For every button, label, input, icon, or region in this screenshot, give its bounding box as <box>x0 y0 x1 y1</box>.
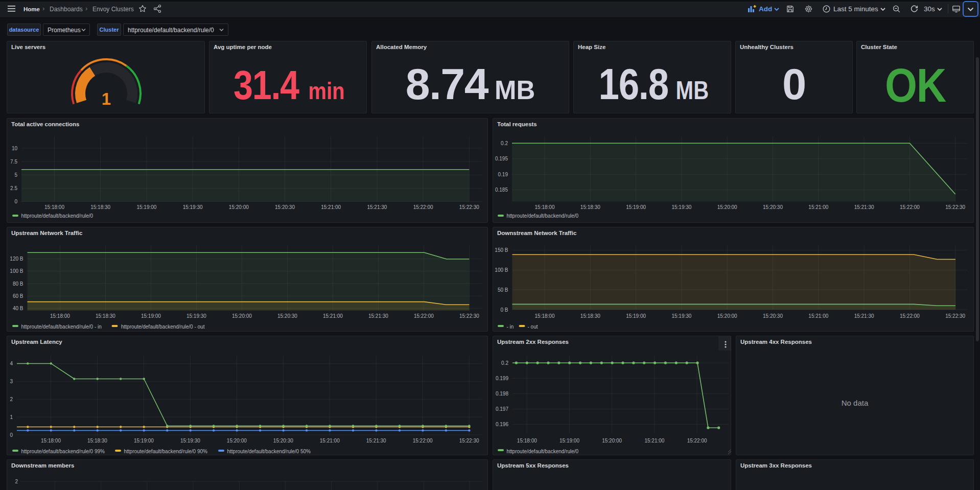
svg-text:1: 1 <box>102 89 111 108</box>
svg-text:15:21:00: 15:21:00 <box>644 438 664 444</box>
svg-text:15:21:30: 15:21:30 <box>366 438 386 444</box>
svg-text:httproute/default/backend/rule: httproute/default/backend/rule/0 90% <box>124 449 208 454</box>
svg-text:- out: - out <box>528 324 538 330</box>
svg-text:15:20:00: 15:20:00 <box>232 313 252 319</box>
svg-text:15:22:30: 15:22:30 <box>945 204 965 210</box>
svg-text:httproute/default/backend/rule: httproute/default/backend/rule/0 <box>507 213 579 219</box>
svg-text:15:20:30: 15:20:30 <box>273 438 293 444</box>
svg-text:7.5: 7.5 <box>10 159 17 165</box>
svg-text:15:20:00: 15:20:00 <box>602 438 622 444</box>
svg-text:0 B: 0 B <box>500 307 508 313</box>
svg-text:15:19:00: 15:19:00 <box>626 204 646 210</box>
svg-text:15:22:00: 15:22:00 <box>687 438 707 444</box>
svg-text:120 B: 120 B <box>10 256 23 262</box>
svg-text:15:20:30: 15:20:30 <box>763 204 783 210</box>
svg-text:15:22:00: 15:22:00 <box>414 313 434 319</box>
svg-text:15:21:30: 15:21:30 <box>368 313 388 319</box>
svg-text:15:19:00: 15:19:00 <box>136 204 156 210</box>
svg-text:80 B: 80 B <box>13 281 24 287</box>
svg-text:15:19:30: 15:19:30 <box>183 204 203 210</box>
svg-text:15:19:00: 15:19:00 <box>559 438 579 444</box>
svg-text:50 B: 50 B <box>498 287 508 293</box>
svg-text:15:22:30: 15:22:30 <box>459 204 479 210</box>
svg-text:15:19:00: 15:19:00 <box>626 313 646 319</box>
svg-text:10: 10 <box>12 146 18 151</box>
svg-text:40 B: 40 B <box>13 306 24 311</box>
svg-text:100 B: 100 B <box>495 267 508 273</box>
svg-text:15:19:00: 15:19:00 <box>141 313 161 319</box>
svg-text:5: 5 <box>14 172 17 178</box>
svg-text:1: 1 <box>10 414 13 420</box>
svg-text:2: 2 <box>10 396 13 402</box>
svg-text:15:18:00: 15:18:00 <box>517 438 537 444</box>
svg-text:15:18:00: 15:18:00 <box>50 313 70 319</box>
svg-text:0.2: 0.2 <box>501 360 508 366</box>
svg-text:15:18:30: 15:18:30 <box>580 313 600 319</box>
svg-text:0: 0 <box>10 432 13 438</box>
svg-text:0.2: 0.2 <box>501 141 508 146</box>
svg-text:15:20:30: 15:20:30 <box>275 204 295 210</box>
svg-text:httproute/default/backend/rule: httproute/default/backend/rule/0 <box>21 213 94 219</box>
svg-text:15:21:00: 15:21:00 <box>323 313 343 319</box>
svg-text:4: 4 <box>10 361 13 366</box>
svg-text:- in: - in <box>507 324 514 330</box>
svg-text:15:20:30: 15:20:30 <box>277 313 297 319</box>
svg-text:2.5: 2.5 <box>10 185 17 191</box>
svg-text:15:20:00: 15:20:00 <box>717 313 737 319</box>
svg-text:httproute/default/backend/rule: httproute/default/backend/rule/0 - out <box>121 324 205 330</box>
svg-text:15:22:00: 15:22:00 <box>900 313 920 319</box>
svg-text:15:19:30: 15:19:30 <box>671 313 691 319</box>
svg-text:15:18:30: 15:18:30 <box>96 313 115 319</box>
svg-text:15:22:00: 15:22:00 <box>900 204 920 210</box>
svg-text:60 B: 60 B <box>13 293 24 299</box>
svg-text:15:21:00: 15:21:00 <box>808 204 828 210</box>
svg-text:15:18:30: 15:18:30 <box>580 204 600 210</box>
svg-text:15:22:00: 15:22:00 <box>413 438 433 444</box>
svg-text:15:22:30: 15:22:30 <box>945 313 965 319</box>
svg-text:15:21:30: 15:21:30 <box>367 204 387 210</box>
svg-text:15:19:30: 15:19:30 <box>180 438 200 444</box>
svg-text:3: 3 <box>10 379 13 384</box>
svg-text:0.19: 0.19 <box>498 172 508 177</box>
svg-text:15:18:00: 15:18:00 <box>535 204 555 210</box>
svg-text:2: 2 <box>15 479 18 484</box>
svg-text:15:22:00: 15:22:00 <box>413 204 433 210</box>
svg-text:0.199: 0.199 <box>496 376 508 381</box>
svg-text:15:21:00: 15:21:00 <box>321 204 341 210</box>
svg-text:100 B: 100 B <box>10 268 23 274</box>
svg-text:15:20:30: 15:20:30 <box>763 313 783 319</box>
svg-text:15:18:00: 15:18:00 <box>44 204 64 210</box>
svg-text:15:22:30: 15:22:30 <box>459 313 479 319</box>
svg-text:15:20:00: 15:20:00 <box>717 204 737 210</box>
svg-text:15:22:30: 15:22:30 <box>459 438 479 444</box>
svg-text:0.198: 0.198 <box>496 391 508 396</box>
svg-text:15:21:30: 15:21:30 <box>854 313 874 319</box>
svg-text:15:19:30: 15:19:30 <box>186 313 206 319</box>
svg-text:15:20:00: 15:20:00 <box>229 204 249 210</box>
svg-text:httproute/default/backend/rule: httproute/default/backend/rule/0 50% <box>227 449 311 454</box>
svg-text:httproute/default/backend/rule: httproute/default/backend/rule/0 99% <box>21 449 105 454</box>
svg-text:15:19:00: 15:19:00 <box>134 438 154 444</box>
svg-text:150 B: 150 B <box>495 247 508 253</box>
svg-text:httproute/default/backend/rule: httproute/default/backend/rule/0 - in <box>21 324 102 330</box>
svg-text:15:21:30: 15:21:30 <box>854 204 874 210</box>
svg-text:15:18:30: 15:18:30 <box>90 204 110 210</box>
svg-text:15:20:00: 15:20:00 <box>227 438 247 444</box>
svg-text:15:21:00: 15:21:00 <box>808 313 828 319</box>
svg-text:15:21:00: 15:21:00 <box>320 438 340 444</box>
svg-text:0.185: 0.185 <box>495 187 508 193</box>
svg-text:15:18:00: 15:18:00 <box>41 438 61 444</box>
svg-text:httproute/default/backend/rule: httproute/default/backend/rule/0 <box>507 449 579 454</box>
svg-text:15:18:30: 15:18:30 <box>87 438 107 444</box>
svg-text:0: 0 <box>14 199 17 204</box>
svg-text:0.195: 0.195 <box>495 156 508 161</box>
svg-text:15:19:30: 15:19:30 <box>671 204 691 210</box>
svg-text:0.197: 0.197 <box>496 406 508 412</box>
svg-text:0.196: 0.196 <box>496 422 508 427</box>
svg-text:15:18:00: 15:18:00 <box>535 313 555 319</box>
